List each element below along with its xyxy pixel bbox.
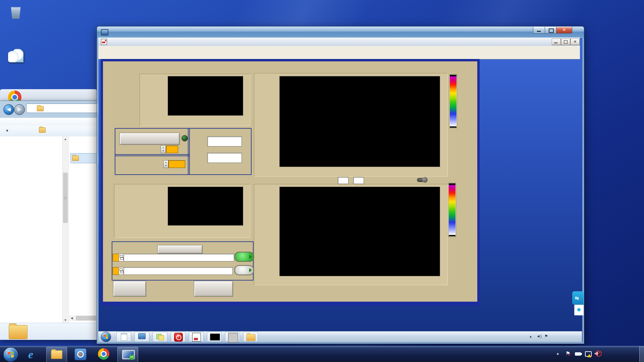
teamviewer-panel-icon[interactable]: ⇆ (572, 291, 584, 305)
stop-software-button[interactable] (113, 281, 146, 297)
processed-path-field[interactable] (123, 254, 234, 261)
bl-view-icon[interactable] (8, 49, 23, 62)
rdp-minimize-button[interactable] (533, 27, 545, 34)
remote-settings-button[interactable] (135, 332, 149, 342)
raw-browse-icon[interactable] (119, 267, 124, 275)
vi-minimize-button[interactable] (552, 39, 561, 45)
rdp-titlebar[interactable]: ✕ (97, 26, 584, 38)
internet-explorer-icon[interactable]: e (28, 348, 40, 360)
ascope-plot[interactable] (168, 76, 243, 116)
battery-icon[interactable] (575, 352, 581, 356)
back-button[interactable]: ◀ (3, 104, 14, 115)
remote-cmd-button[interactable] (207, 332, 222, 342)
remote-explorer-button[interactable] (243, 332, 258, 342)
renew-led-indicator (181, 135, 188, 141)
remote-stop-button[interactable] (171, 332, 185, 342)
explorer-body: ▲ ——— ▼ ◀ (0, 136, 97, 323)
scrollbar-thumb[interactable]: ——— (63, 173, 68, 223)
remote-notepad-button[interactable] (116, 332, 131, 342)
tray-expand-icon[interactable]: ▲ (556, 352, 559, 355)
rdp-app-icon (101, 29, 108, 36)
volume-muted-icon[interactable] (594, 351, 598, 356)
renew-background-button[interactable] (119, 133, 180, 145)
snr-spinner[interactable]: ▲▼ (163, 160, 168, 168)
remote-tray-volume-icon[interactable]: ◄) (536, 334, 542, 339)
remote-tray-expand-icon[interactable]: ▲ (529, 335, 532, 338)
processed-browse-icon[interactable] (119, 254, 124, 261)
address-bar[interactable] (26, 104, 106, 113)
remote-tray-flag-icon[interactable]: ⚑ (544, 334, 548, 339)
restart-processed-button[interactable] (157, 245, 203, 254)
backscatter-heatmap[interactable] (279, 76, 440, 167)
explorer-taskbar-button[interactable] (46, 347, 67, 362)
labview-titlebar[interactable] (98, 38, 580, 46)
recycle-bin-icon[interactable] (10, 5, 21, 19)
doppler-heatmap[interactable] (279, 187, 440, 276)
screen: ◀ ▶ ▾ ▲ ——— ▼ (0, 0, 644, 362)
show-desktop-button[interactable] (639, 346, 644, 362)
folder-icon (37, 106, 44, 111)
processed-logging-on-button[interactable] (234, 252, 254, 262)
labview-vi-icon (101, 39, 107, 45)
chrome-icon[interactable] (98, 348, 109, 360)
explorer-menubar (0, 118, 97, 126)
rays-spinner[interactable]: ▲▼ (161, 145, 166, 153)
remote-taskbar: ▲ ◄) ⚑ (98, 331, 582, 342)
raw-path-field[interactable] (123, 267, 233, 275)
organize-button[interactable]: ▾ (6, 128, 8, 133)
explorer-toolbar: ▾ (0, 126, 97, 137)
backscatter-colorbar (449, 74, 457, 128)
rdp-taskbar-button[interactable]: >< (117, 347, 138, 362)
average-number-field[interactable] (338, 177, 348, 184)
explorer-window: ◀ ▶ ▾ ▲ ——— ▼ (0, 101, 98, 340)
change-lidar-settings-button[interactable] (194, 281, 233, 297)
remote-scan-sched-button[interactable] (225, 332, 240, 342)
rays-value-field[interactable] (166, 145, 178, 153)
remote-start-button[interactable] (101, 332, 111, 342)
remote-labview-xr-button[interactable] (189, 332, 204, 342)
raw-drive-selector[interactable] (113, 267, 119, 275)
start-button[interactable] (3, 347, 18, 362)
backscatter-toggle[interactable] (417, 178, 427, 182)
media-player-icon[interactable] (74, 348, 87, 360)
el-value-field[interactable] (207, 153, 242, 163)
open-button-icon (39, 127, 48, 133)
doppler-colorbar (448, 183, 456, 237)
scanner-position-box (188, 128, 252, 175)
vi-close-button[interactable]: ✕ (571, 39, 580, 45)
host-taskbar: e >< ▲ ⚑x (0, 346, 644, 362)
remote-notes-button[interactable] (153, 332, 167, 342)
average-total-field[interactable] (353, 177, 364, 184)
velocity-plot[interactable] (168, 187, 243, 226)
az-value-field[interactable] (207, 136, 242, 146)
folder-icon (72, 156, 79, 161)
raw-logging-off-button[interactable] (234, 265, 254, 275)
rdp-maximize-button[interactable] (545, 27, 557, 34)
teamviewer-flap[interactable] (574, 305, 584, 315)
processed-drive-selector[interactable] (113, 254, 119, 261)
forward-button[interactable]: ▶ (14, 104, 25, 115)
details-pane (0, 323, 97, 340)
rdp-close-button[interactable]: ✕ (556, 27, 572, 34)
network-icon[interactable] (585, 351, 592, 357)
tree-scrollbar[interactable]: ▲ ——— ▼ (62, 136, 68, 323)
hscrollbar[interactable]: ◀ (69, 315, 97, 321)
big-folder-icon (9, 325, 28, 339)
vi-restore-button[interactable] (561, 39, 571, 45)
file-item-uva-lidar[interactable] (70, 153, 99, 163)
snr-value-field[interactable] (168, 160, 185, 168)
action-center-flag-icon[interactable]: ⚑x (566, 350, 570, 357)
vi-tab-strip (98, 46, 580, 59)
